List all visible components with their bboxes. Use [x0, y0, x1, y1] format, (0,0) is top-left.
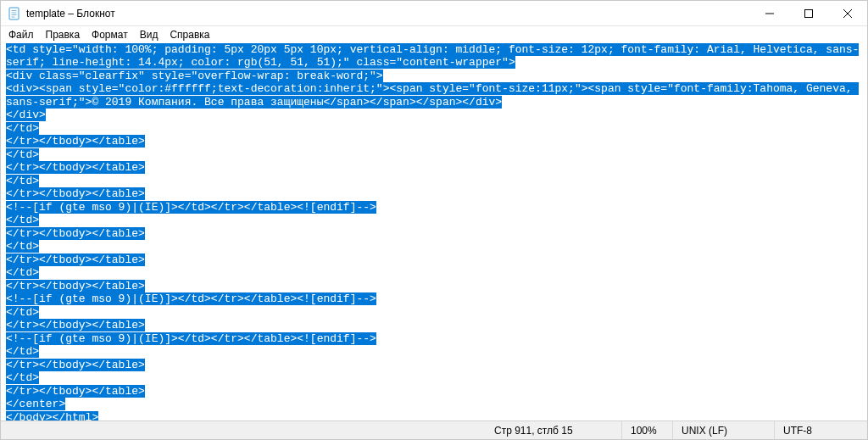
- selected-text-line[interactable]: </td>: [6, 148, 39, 161]
- selected-text-line[interactable]: </center>: [6, 398, 65, 410]
- window-title: template – Блокнот: [26, 8, 115, 19]
- selected-text-line[interactable]: </tr></tbody></table>: [6, 187, 145, 200]
- status-encoding: UTF-8: [774, 421, 867, 439]
- selected-text-line[interactable]: </tr></tbody></table>: [6, 227, 145, 240]
- selected-text-line[interactable]: </td>: [6, 240, 39, 253]
- selected-text-line[interactable]: </tr></tbody></table>: [6, 319, 145, 331]
- selected-text-line[interactable]: </tr></tbody></table>: [6, 135, 145, 148]
- status-eol: UNIX (LF): [672, 421, 774, 439]
- menu-edit[interactable]: Правка: [40, 28, 86, 42]
- selected-text-line[interactable]: </tr></tbody></table>: [6, 161, 145, 174]
- minimize-button[interactable]: [750, 1, 789, 26]
- close-button[interactable]: [828, 1, 867, 26]
- selected-text-line[interactable]: </td>: [6, 266, 39, 279]
- selected-text-line[interactable]: </td>: [6, 306, 39, 319]
- selected-text-line[interactable]: </td>: [6, 175, 39, 187]
- menu-format[interactable]: Формат: [86, 28, 134, 42]
- selected-text-line[interactable]: <div><span style="color:#ffffff;text-dec…: [6, 82, 859, 109]
- selected-text-line[interactable]: <div class="clearfix" style="overflow-wr…: [6, 70, 383, 82]
- notepad-icon: [8, 7, 21, 20]
- close-icon: [843, 9, 852, 18]
- selected-text-line[interactable]: <td style="width: 100%; padding: 5px 20p…: [6, 43, 859, 70]
- menu-view[interactable]: Вид: [134, 28, 164, 42]
- selected-text-line[interactable]: </td>: [6, 345, 39, 358]
- status-zoom: 100%: [621, 421, 672, 439]
- selected-text-line[interactable]: </body></html>: [6, 411, 98, 421]
- notepad-window: template – Блокнот Файл Правка Формат Ви…: [0, 0, 868, 440]
- selected-text-line[interactable]: </tr></tbody></table>: [6, 385, 145, 398]
- menu-file[interactable]: Файл: [3, 28, 40, 42]
- selected-text-line[interactable]: </div>: [6, 109, 46, 121]
- maximize-button[interactable]: [789, 1, 828, 26]
- menubar: Файл Правка Формат Вид Справка: [1, 26, 867, 43]
- menu-help[interactable]: Справка: [164, 28, 215, 42]
- selected-text-line[interactable]: <!--[if (gte mso 9)|(IE)]></td></tr></ta…: [6, 332, 376, 345]
- titlebar[interactable]: template – Блокнот: [1, 1, 867, 26]
- minimize-icon: [765, 9, 774, 18]
- selected-text-line[interactable]: </td>: [6, 214, 39, 226]
- selected-text-line[interactable]: </tr></tbody></table>: [6, 280, 145, 292]
- svg-rect-0: [9, 8, 19, 19]
- selected-text-line[interactable]: </tr></tbody></table>: [6, 253, 145, 266]
- statusbar: Стр 911, стлб 15 100% UNIX (LF) UTF-8: [1, 421, 867, 439]
- selected-text-line[interactable]: </tr></tbody></table>: [6, 359, 145, 371]
- selected-text-line[interactable]: </td>: [6, 371, 39, 384]
- selected-text-line[interactable]: <!--[if (gte mso 9)|(IE)]></td></tr></ta…: [6, 292, 376, 305]
- maximize-icon: [804, 9, 813, 18]
- editor-content[interactable]: <td style="width: 100%; padding: 5px 20p…: [1, 43, 867, 421]
- selected-text-line[interactable]: </td>: [6, 122, 39, 135]
- selected-text-line[interactable]: <!--[if (gte mso 9)|(IE)]></td></tr></ta…: [6, 201, 376, 214]
- text-editor[interactable]: <td style="width: 100%; padding: 5px 20p…: [1, 43, 867, 421]
- status-position: Стр 911, стлб 15: [486, 421, 621, 439]
- svg-rect-6: [805, 9, 813, 17]
